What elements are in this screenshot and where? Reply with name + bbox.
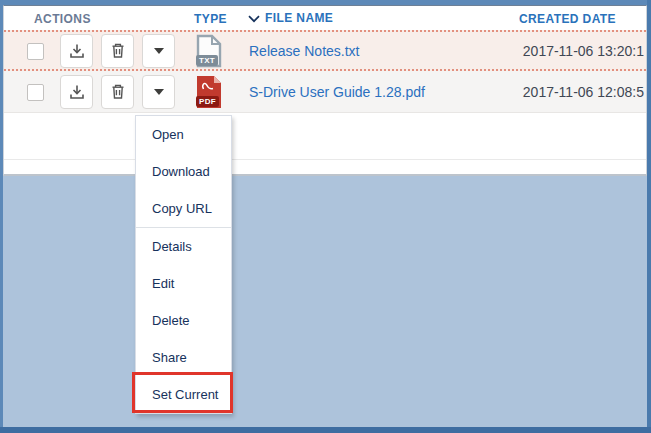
menu-item-edit[interactable]: Edit (136, 265, 231, 302)
row-checkbox[interactable] (27, 43, 44, 60)
caret-down-icon (154, 89, 164, 95)
trash-icon (110, 83, 126, 100)
file-link[interactable]: Release Notes.txt (249, 43, 360, 59)
frame-bottom (0, 427, 651, 433)
trash-icon (110, 42, 126, 59)
file-link[interactable]: S-Drive User Guide 1.28.pdf (249, 84, 425, 100)
column-header-actions: ACTIONS (34, 6, 91, 30)
menu-item-open[interactable]: Open (136, 116, 231, 153)
download-icon (68, 42, 86, 60)
frame-top (0, 0, 651, 5)
pdf-file-icon: PDF (196, 75, 222, 109)
panel-divider (4, 159, 646, 160)
created-date-value: 2017-11-06 13:20:1 (523, 43, 644, 59)
file-type-badge: PDF (196, 96, 219, 107)
column-header-created-date[interactable]: CREATED DATE (519, 6, 616, 30)
column-header-file-name-label: FILE NAME (265, 5, 333, 31)
menu-item-details[interactable]: Details (136, 228, 231, 265)
table-row-user-guide: PDF S-Drive User Guide 1.28.pdf 2017-11-… (4, 71, 646, 113)
menu-item-set-current[interactable]: Set Current (136, 376, 231, 413)
chevron-down-icon (248, 15, 260, 23)
screen: ACTIONS TYPE FILE NAME CREATED DATE (0, 0, 651, 433)
download-button[interactable] (60, 34, 93, 68)
menu-item-delete[interactable]: Delete (136, 302, 231, 339)
row-menu-button[interactable] (142, 34, 175, 68)
menu-item-copy-url[interactable]: Copy URL (136, 190, 231, 227)
row-menu-button[interactable] (142, 75, 175, 109)
download-button[interactable] (60, 75, 93, 109)
menu-item-download[interactable]: Download (136, 153, 231, 190)
table-row-release-notes: TXT Release Notes.txt 2017-11-06 13:20:1 (4, 30, 646, 71)
column-header-type[interactable]: TYPE (194, 6, 227, 30)
delete-button[interactable] (101, 34, 134, 68)
file-table-panel: ACTIONS TYPE FILE NAME CREATED DATE (3, 5, 647, 176)
row-checkbox[interactable] (27, 84, 44, 101)
txt-file-icon: TXT (196, 34, 222, 68)
frame-left (0, 0, 3, 433)
column-header-file-name[interactable]: FILE NAME (248, 6, 333, 30)
created-date-value: 2017-11-06 12:08:5 (523, 84, 644, 100)
menu-item-share[interactable]: Share (136, 339, 231, 376)
row-actions-context-menu: Open Download Copy URL Details Edit Dele… (135, 115, 232, 414)
delete-button[interactable] (101, 75, 134, 109)
caret-down-icon (154, 48, 164, 54)
table-header: ACTIONS TYPE FILE NAME CREATED DATE (4, 6, 646, 30)
file-type-badge: TXT (196, 55, 218, 66)
download-icon (68, 83, 86, 101)
frame-right (647, 0, 651, 433)
